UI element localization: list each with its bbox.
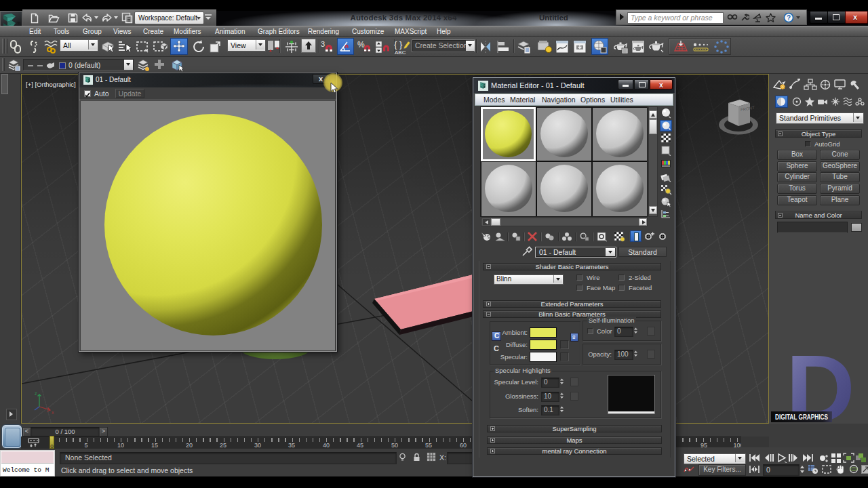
svg-text:3: 3 <box>321 40 325 48</box>
svg-text:ABC: ABC <box>395 49 406 56</box>
svg-text:%: % <box>357 40 365 49</box>
svg-text:x: x <box>52 410 54 415</box>
svg-text:{ }: { } <box>394 39 403 49</box>
svg-text:DIGITAL GRAPHICS: DIGITAL GRAPHICS <box>775 413 828 421</box>
svg-text:?: ? <box>787 14 791 22</box>
svg-text:z: z <box>35 391 37 396</box>
